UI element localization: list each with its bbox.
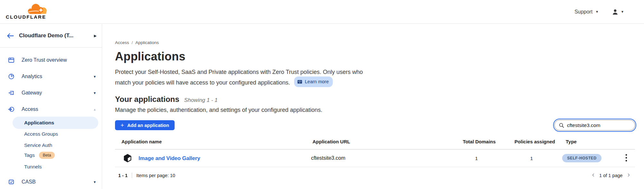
pagination-divider [132,173,132,178]
type-cell: SELF-HOSTED [554,154,623,162]
sidebar-item-label: Tunnels [24,164,42,170]
previous-page-button[interactable]: ‹ [591,171,595,179]
kebab-menu-icon [625,154,627,162]
sidebar-item-tunnels[interactable]: Tunnels [24,163,42,170]
main-content: Access / Applications Applications Prote… [102,24,644,189]
analytics-pie-icon [8,73,14,80]
top-header: CLOUDFLARE Support ▼ ▼ [0,0,644,24]
sidebar-item-label: Analytics [22,74,42,79]
sidebar-item-tags[interactable]: Tags Beta [24,152,55,159]
pagination-bar: 1 - 1 Items per page: 10 ‹ 1 of 1 page › [115,171,635,179]
sidebar: Cloudflare Demo (T... ▶ Zero Trust overv… [0,24,102,189]
sidebar-item-service-auth[interactable]: Service Auth [24,142,52,149]
chevron-down-icon: ▼ [595,10,599,14]
beta-badge: Beta [39,152,55,159]
items-per-page: Items per page: 10 [136,173,175,178]
page-description: Protect your Self-Hosted, SaaS and Priva… [115,68,635,87]
chevron-down-icon: ▼ [621,10,624,14]
section-description: Manage the policies, authentication, and… [115,107,635,113]
sidebar-item-access-groups[interactable]: Access Groups [24,130,58,138]
breadcrumb-access[interactable]: Access [115,40,129,45]
overview-icon [8,57,14,63]
chevron-down-icon: ▼ [93,180,96,184]
account-menu[interactable]: ▼ [612,9,624,15]
sidebar-item-label: Service Auth [24,142,52,148]
support-label: Support [574,9,592,15]
search-input[interactable] [567,122,630,128]
search-icon [559,123,564,128]
sidebar-item-casb[interactable]: CASB ▼ [0,176,101,188]
plus-icon: + [120,122,124,128]
application-name-cell: Image and Video Gallery [121,154,311,163]
sidebar-item-label: Access Groups [24,131,58,137]
description-line-2: match your policies will have access to … [115,79,290,86]
description-line-1: Protect your Self-Hosted, SaaS and Priva… [115,69,363,75]
gateway-icon [8,90,14,96]
learn-more-label: Learn more [305,77,329,86]
row-menu-button[interactable] [623,153,630,164]
cloudflare-dashboard: CLOUDFLARE Support ▼ ▼ Cloudflare Demo (… [0,0,644,189]
table-header-row: Application name Application URL Total D… [115,139,635,149]
casb-icon [8,179,14,185]
sidebar-item-label: Zero Trust overview [22,57,67,63]
showing-count: Showing 1 - 1 [184,97,218,104]
sidebar-item-label: Gateway [22,90,42,96]
app-cube-icon [123,154,132,163]
learn-more-link[interactable]: Learn more [294,76,333,87]
sidebar-item-label: Applications [24,120,54,126]
page-indicator: 1 of 1 page [599,173,623,178]
search-box [554,120,635,130]
page-controls: ‹ 1 of 1 page › [591,171,635,179]
add-application-label: Add an application [127,123,169,128]
support-menu[interactable]: Support ▼ [574,9,599,15]
account-name[interactable]: Cloudflare Demo (T... [19,32,94,39]
page-title: Applications [115,50,635,63]
access-login-icon [8,106,14,113]
header-actions: Support ▼ ▼ [574,0,624,24]
sidebar-item-label: CASB [22,179,36,185]
column-policies-assigned: Policies assigned [512,139,557,144]
sidebar-item-label: Tags [24,152,35,158]
book-icon [297,80,302,84]
total-domains-cell: 1 [444,156,509,161]
user-icon [612,9,618,15]
sidebar-collapse-icon[interactable]: ▶ [94,34,97,38]
cloudflare-cloud-icon [26,3,48,14]
sidebar-item-analytics[interactable]: Analytics ▼ [0,70,101,83]
next-page-button[interactable]: › [627,171,630,179]
section-title: Your applications [115,95,179,104]
sidebar-item-label: Access [22,106,38,112]
logo-wordmark: CLOUDFLARE [6,14,46,20]
sidebar-item-applications[interactable]: Applications [13,117,98,129]
row-actions-cell [623,153,635,164]
column-application-name: Application name [121,139,312,144]
chevron-down-icon: ▼ [93,91,96,95]
section-header: Your applications Showing 1 - 1 [115,95,635,104]
add-application-button[interactable]: + Add an application [115,120,175,130]
applications-table: Application name Application URL Total D… [115,139,635,167]
column-type: Type [557,139,627,144]
sidebar-item-access[interactable]: Access ▲ [0,103,101,116]
application-link[interactable]: Image and Video Gallery [139,155,200,161]
column-application-url: Application URL [312,139,446,144]
account-row: Cloudflare Demo (T... ▶ [0,24,102,48]
sidebar-item-gateway[interactable]: Gateway ▼ [0,86,101,99]
cloudflare-logo[interactable]: CLOUDFLARE [6,2,49,21]
sidebar-nav: Zero Trust overview Analytics ▼ Gateway … [0,48,101,189]
breadcrumb: Access / Applications [115,40,635,45]
policies-assigned-cell: 1 [509,156,554,161]
back-arrow-icon[interactable] [6,33,14,39]
sidebar-item-zero-trust-overview[interactable]: Zero Trust overview [0,54,101,67]
column-total-domains: Total Domains [446,139,512,144]
breadcrumb-separator: / [132,40,133,45]
application-url-cell: cftestsite3.com [311,155,444,161]
type-badge: SELF-HOSTED [562,154,601,162]
toolbar: + Add an application [115,120,635,130]
chevron-down-icon: ▼ [93,75,96,78]
pagination-range: 1 - 1 [118,173,128,178]
breadcrumb-applications[interactable]: Applications [135,40,159,45]
chevron-up-icon: ▲ [93,108,96,111]
table-row: Image and Video Gallery cftestsite3.com … [115,149,635,167]
